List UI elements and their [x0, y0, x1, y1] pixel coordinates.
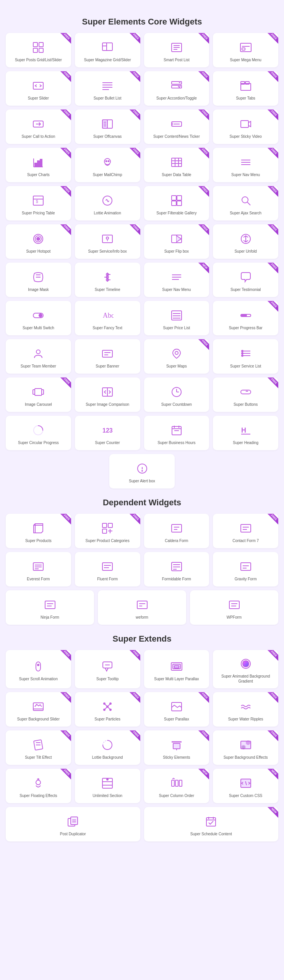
widget-card[interactable]: freeSuper Posts Grid/List/Slider — [6, 33, 71, 67]
widget-card[interactable]: Super Circular Progress — [6, 416, 71, 450]
widget-card[interactable]: freeSuper Offcanvas — [75, 109, 140, 144]
widget-card[interactable]: freeSuper Parallax — [144, 692, 209, 727]
widget-card[interactable]: WPForm — [190, 590, 278, 625]
widget-card[interactable]: newSuper Column Order — [144, 769, 209, 803]
widget-card[interactable]: freeSuper Nav Menu — [213, 148, 278, 182]
svg-point-161 — [37, 664, 39, 666]
widget-card[interactable]: freeSuper Magazine Grid/Slider — [75, 33, 140, 67]
widget-label: Caldera Form — [165, 538, 188, 543]
widget-card[interactable]: freeSuper Product Categories — [75, 514, 140, 548]
widget-card[interactable]: freeSuper Mega Menu — [213, 33, 278, 67]
widget-card[interactable]: Super Image Comparison — [75, 377, 140, 412]
widget-card[interactable]: freeImage Carousel — [6, 377, 71, 412]
widget-card[interactable]: Super Business Hours — [144, 416, 209, 450]
widget-card[interactable]: Super Multi Layer Parallax — [144, 650, 209, 688]
widget-label: Super Column Order — [159, 793, 194, 798]
widget-label: Smart Post List — [164, 57, 190, 62]
widget-card[interactable]: Unlimited Section — [75, 769, 140, 803]
widget-card[interactable]: freeSuper Flip box — [144, 224, 209, 259]
widget-card[interactable]: freeSuper Filterable Gallery — [144, 186, 209, 220]
widget-card[interactable]: newSuper Schedule Content — [144, 807, 279, 841]
widget-card[interactable]: freeSuper Call to Action — [6, 109, 71, 144]
widget-label: Super Pricing Table — [22, 211, 55, 216]
widget-card[interactable]: Super Timeline — [75, 263, 140, 297]
badge: free — [123, 224, 140, 241]
widget-card[interactable]: freeSuper Progress Bar — [213, 301, 278, 335]
search-icon — [239, 194, 253, 207]
businesshours-icon — [170, 423, 183, 437]
widget-card[interactable]: Fluent Form — [75, 552, 140, 586]
widget-card[interactable]: Super Service List — [213, 339, 278, 374]
widget-card[interactable]: Formidable Form — [144, 552, 209, 586]
widget-card[interactable]: HSuper Heading — [213, 416, 278, 450]
widget-card[interactable]: Gravity Form — [213, 552, 278, 586]
widget-card[interactable]: freeSuper Data Table — [144, 148, 209, 182]
widget-card[interactable]: freeSuper Maps — [144, 339, 209, 374]
widget-card[interactable]: Ninja Form — [6, 590, 94, 625]
navmenu2-icon — [170, 270, 183, 284]
waterripples-icon — [239, 700, 253, 714]
svg-rect-55 — [172, 196, 176, 200]
widget-card[interactable]: newSuper Custom CSS — [213, 769, 278, 803]
widget-card[interactable]: freeSuper Background Effects — [213, 730, 278, 765]
widget-card[interactable]: freeContact Form 7 — [213, 514, 278, 548]
widget-card[interactable]: freeSuper Accordion/Toggle — [144, 71, 209, 106]
widget-card[interactable]: freeSuper Service/Info box — [75, 224, 140, 259]
widget-card[interactable]: freeSuper Slider — [6, 71, 71, 106]
widget-card[interactable]: Super Alert box — [109, 454, 174, 488]
widget-card[interactable]: freeSuper Bullet List — [75, 71, 140, 106]
widget-card[interactable]: freeSticky Elements — [144, 730, 209, 765]
widget-label: Super Posts Grid/List/Slider — [15, 57, 62, 62]
widget-card[interactable]: freeSuper Floating Effects — [6, 769, 71, 803]
widget-label: Super Buttons — [234, 402, 258, 407]
widget-card[interactable]: freeSuper Background Slider — [6, 692, 71, 727]
widget-card[interactable]: Super Countdown — [144, 377, 209, 412]
widget-card[interactable]: free$Super Pricing Table — [6, 186, 71, 220]
widget-card[interactable]: weform — [98, 590, 186, 625]
widget-label: Super MailChimp — [93, 172, 122, 177]
lottie-icon — [101, 194, 114, 207]
widget-card[interactable]: AbcSuper Fancy Text — [75, 301, 140, 335]
charts-icon — [31, 155, 45, 169]
widget-card[interactable]: freeSuper Ajax Search — [213, 186, 278, 220]
widget-label: Contact Form 7 — [232, 538, 259, 543]
widget-card[interactable]: freeSuper Tooltip — [75, 650, 140, 688]
widget-card[interactable]: freeSuper Sticky Video — [213, 109, 278, 144]
widget-card[interactable]: newSuper Nav Menu — [144, 263, 209, 297]
widget-card[interactable]: freeSuper Content/News Ticker — [144, 109, 209, 144]
widget-card[interactable]: Everest Form — [6, 552, 71, 586]
badge: free — [123, 514, 140, 531]
svg-rect-155 — [137, 601, 147, 609]
badge: free — [261, 692, 278, 709]
widget-card[interactable]: Super Team Member — [6, 339, 71, 374]
widget-card[interactable]: freeSuper Unfold — [213, 224, 278, 259]
widget-card[interactable]: Post Duplicator — [6, 807, 140, 841]
widget-card[interactable]: freeSuper MailChimp — [75, 148, 140, 182]
countdown-icon — [170, 385, 183, 399]
svg-rect-37 — [35, 163, 37, 167]
widget-card[interactable]: freeSuper Water Ripples — [213, 692, 278, 727]
widget-card[interactable]: Lottie Animation — [75, 186, 140, 220]
widget-card[interactable]: freeLottie Background — [75, 730, 140, 765]
widget-card[interactable]: Super Banner — [75, 339, 140, 374]
svg-rect-158 — [229, 601, 239, 609]
widget-card[interactable]: Image Mask — [6, 263, 71, 297]
widget-card[interactable]: freeSuper Testimonial — [213, 263, 278, 297]
widget-card[interactable]: freeSuper Animated Background Gradient — [213, 650, 278, 688]
widget-label: Super Nav Menu — [231, 172, 260, 177]
widget-card[interactable]: freeSuper Particles — [75, 692, 140, 727]
widget-card[interactable]: 123Super Counter — [75, 416, 140, 450]
widget-card[interactable]: Super Multi Switch — [6, 301, 71, 335]
widget-card[interactable]: freeSuper Hotspot — [6, 224, 71, 259]
widget-card[interactable]: freeSuper Tilt Effect — [6, 730, 71, 765]
widget-card[interactable]: freeSuper Scroll Animation — [6, 650, 71, 688]
fancytext-icon: Abc — [101, 309, 114, 322]
widget-card[interactable]: freeSuper Buttons — [213, 377, 278, 412]
widget-card[interactable]: Super Price List — [144, 301, 209, 335]
widget-card[interactable]: freeSuper Tabs — [213, 71, 278, 106]
widget-card[interactable]: freeSuper Charts — [6, 148, 71, 182]
widget-label: Super Custom CSS — [229, 793, 262, 798]
widget-card[interactable]: freeSuper Products — [6, 514, 71, 548]
widget-card[interactable]: freeSmart Post List — [144, 33, 209, 67]
widget-card[interactable]: Caldera Form — [144, 514, 209, 548]
